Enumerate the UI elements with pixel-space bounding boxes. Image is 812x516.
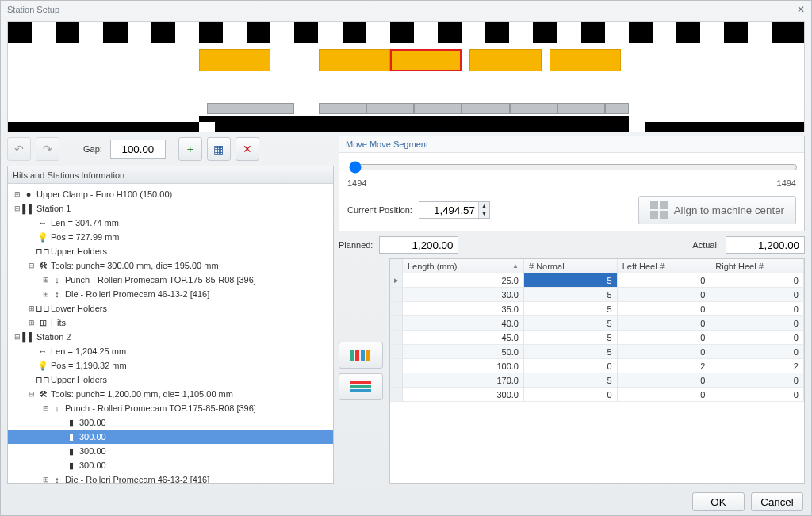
- cell-normal[interactable]: 0: [524, 359, 618, 373]
- grid-row[interactable]: 40.0500: [390, 316, 804, 331]
- cell-right[interactable]: 0: [710, 302, 804, 316]
- position-slider[interactable]: [349, 161, 798, 174]
- cell-normal[interactable]: 5: [524, 316, 618, 331]
- close-icon[interactable]: ✕: [797, 1, 805, 18]
- cell-length[interactable]: 100.0: [403, 359, 524, 373]
- punch-segment[interactable]: [550, 49, 621, 71]
- cell-length[interactable]: 45.0: [403, 331, 524, 345]
- die-segment[interactable]: [319, 103, 366, 114]
- collapse-icon[interactable]: ⊟: [27, 262, 36, 269]
- grid-row[interactable]: 45.0500: [390, 331, 804, 345]
- cell-normal[interactable]: 5: [524, 302, 618, 316]
- grid-row[interactable]: 30.0500: [390, 288, 804, 302]
- cell-left[interactable]: 0: [618, 373, 711, 388]
- cell-right[interactable]: 2: [710, 359, 804, 373]
- cell-left[interactable]: 0: [618, 273, 711, 288]
- undo-button[interactable]: ↶: [7, 137, 31, 161]
- grid-button[interactable]: ▦: [207, 137, 231, 161]
- col-right-heel[interactable]: Right Heel #: [710, 259, 804, 273]
- grid-row[interactable]: 100.0022: [390, 359, 804, 373]
- grid-row[interactable]: 50.0500: [390, 345, 804, 359]
- punch-segment[interactable]: [319, 49, 390, 71]
- cell-right[interactable]: 0: [710, 331, 804, 345]
- tree-node-s2p3[interactable]: ⊞▮300.00: [8, 444, 333, 458]
- tree-node-st2[interactable]: ⊟▌▌Station 2: [8, 330, 333, 344]
- cell-right[interactable]: 0: [710, 288, 804, 302]
- pattern-a-button[interactable]: [339, 342, 383, 369]
- tree-node-s1lh[interactable]: ⊞⊔⊔Lower Holders: [8, 301, 333, 315]
- add-station-button[interactable]: +: [178, 137, 202, 161]
- tree-node-s1tl[interactable]: ⊟🛠Tools: punch= 300.00 mm, die= 195.00 m…: [8, 258, 333, 273]
- cell-right[interactable]: 0: [710, 273, 804, 288]
- tree-node-s2uh[interactable]: ⊞⊓⊓Upper Holders: [8, 373, 333, 387]
- cell-left[interactable]: 2: [618, 359, 711, 373]
- spin-down-icon[interactable]: ▼: [478, 210, 489, 218]
- delete-button[interactable]: ✕: [236, 137, 259, 161]
- col-left-heel[interactable]: Left Heel #: [618, 259, 711, 273]
- tool-visualization[interactable]: [7, 21, 805, 132]
- tree-node-s2p[interactable]: ⊟↓Punch - Rolleri Promecam TOP.175-85-R0…: [8, 401, 333, 415]
- die-segment[interactable]: [462, 103, 509, 114]
- gap-input[interactable]: [110, 140, 166, 159]
- cell-length[interactable]: 30.0: [403, 288, 524, 302]
- cell-normal[interactable]: 0: [524, 388, 618, 402]
- punch-segment-selected[interactable]: [390, 49, 462, 71]
- segments-grid[interactable]: Length (mm)▲ # Normal Left Heel # Right …: [389, 258, 805, 484]
- cancel-button[interactable]: Cancel: [751, 492, 803, 511]
- tree-node-s1len[interactable]: ⊞↔Len = 304.74 mm: [8, 216, 333, 230]
- tree-node-s1pos[interactable]: ⊞💡Pos = 727.99 mm: [8, 230, 333, 244]
- pattern-b-button[interactable]: [339, 373, 383, 400]
- tree-node-s1uh[interactable]: ⊞⊓⊓Upper Holders: [8, 244, 333, 258]
- die-segment[interactable]: [605, 103, 629, 114]
- cell-length[interactable]: 50.0: [403, 345, 524, 359]
- cell-right[interactable]: 0: [710, 316, 804, 331]
- cell-normal[interactable]: 5: [524, 373, 618, 388]
- punch-segment[interactable]: [469, 49, 541, 71]
- tree-node-s2p2[interactable]: ⊞▮300.00: [8, 430, 333, 444]
- expand-icon[interactable]: ⊞: [27, 319, 36, 327]
- grid-row[interactable]: 35.0500: [390, 302, 804, 316]
- tree-node-s2p4[interactable]: ⊞▮300.00: [8, 458, 333, 472]
- tree-node-s1ht[interactable]: ⊞⊞Hits: [8, 315, 333, 330]
- expand-icon[interactable]: ⊞: [41, 476, 51, 483]
- tree-node-st1[interactable]: ⊟▌▌Station 1: [8, 201, 333, 216]
- cell-normal[interactable]: 5: [524, 288, 618, 302]
- cell-normal[interactable]: 5: [524, 331, 618, 345]
- cell-right[interactable]: 0: [710, 345, 804, 359]
- actual-input[interactable]: [726, 236, 805, 254]
- redo-button[interactable]: ↷: [36, 137, 59, 161]
- cell-right[interactable]: 0: [710, 373, 804, 388]
- die-segment[interactable]: [207, 103, 294, 114]
- tree-body[interactable]: ⊞●Upper Clamp - Euro H100 (150.00)⊟▌▌Sta…: [8, 184, 333, 483]
- collapse-icon[interactable]: ⊟: [13, 333, 22, 341]
- tree-node-s1d[interactable]: ⊞↕Die - Rolleri Promecam 46-13-2 [416]: [8, 287, 333, 301]
- tree-node-s2pos[interactable]: ⊞💡Pos = 1,190.32 mm: [8, 358, 333, 373]
- die-segment[interactable]: [414, 103, 462, 114]
- cell-length[interactable]: 40.0: [403, 316, 524, 331]
- tree-node-s2p1[interactable]: ⊞▮300.00: [8, 415, 333, 430]
- cell-length[interactable]: 300.0: [403, 388, 524, 402]
- die-segment[interactable]: [366, 103, 414, 114]
- cell-normal[interactable]: 5: [524, 345, 618, 359]
- expand-icon[interactable]: ⊞: [13, 190, 22, 198]
- punch-segment[interactable]: [199, 49, 270, 71]
- minimize-icon[interactable]: —: [783, 1, 792, 18]
- cell-left[interactable]: 0: [618, 316, 711, 331]
- cell-left[interactable]: 0: [618, 388, 711, 402]
- tree-node-s1p[interactable]: ⊞↓Punch - Rolleri Promecam TOP.175-85-R0…: [8, 273, 333, 287]
- tree-node-s2d[interactable]: ⊞↕Die - Rolleri Promecam 46-13-2 [416]: [8, 472, 333, 483]
- planned-input[interactable]: [379, 236, 458, 254]
- grid-row[interactable]: ▸25.0500: [390, 273, 804, 288]
- cell-left[interactable]: 0: [618, 302, 711, 316]
- die-segment[interactable]: [510, 103, 557, 114]
- align-center-button[interactable]: Align to machine center: [638, 196, 796, 224]
- ok-button[interactable]: OK: [692, 492, 745, 511]
- collapse-icon[interactable]: ⊟: [27, 390, 36, 398]
- col-normal[interactable]: # Normal: [524, 259, 618, 273]
- cell-right[interactable]: 0: [710, 388, 804, 402]
- collapse-icon[interactable]: ⊟: [41, 404, 51, 412]
- spin-up-icon[interactable]: ▲: [478, 202, 489, 210]
- grid-row[interactable]: 170.0500: [390, 373, 804, 388]
- expand-icon[interactable]: ⊞: [41, 290, 51, 298]
- die-segment[interactable]: [557, 103, 605, 114]
